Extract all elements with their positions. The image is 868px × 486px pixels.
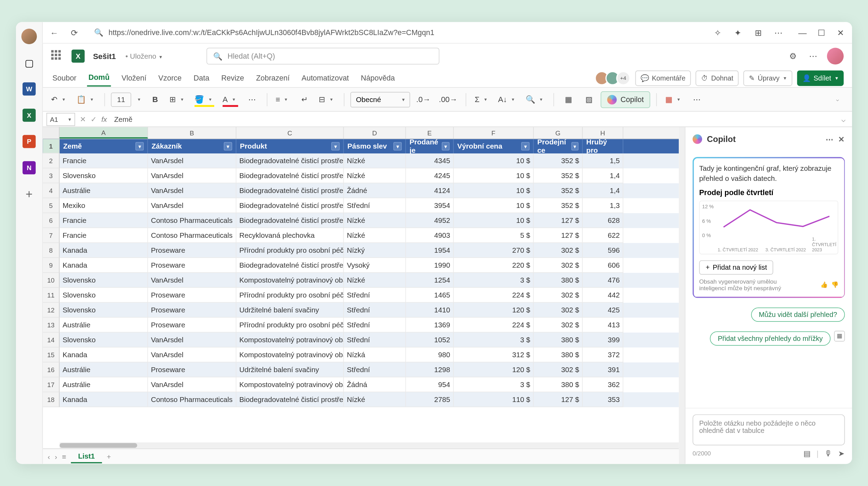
cell[interactable]: Nízké xyxy=(344,273,406,288)
cell[interactable]: Biodegradovatelné čisticí prostřed xyxy=(236,198,344,213)
feed-icon[interactable]: ▢ xyxy=(21,54,37,71)
cell[interactable]: Nízké xyxy=(344,153,406,168)
table-row[interactable]: 18KanadaContoso PharmaceuticalsBiodegrad… xyxy=(43,392,679,407)
cell[interactable]: Austrálie xyxy=(60,362,148,377)
increase-decimal-button[interactable]: .0→ xyxy=(414,91,433,108)
table-row[interactable]: 15KanadaVanArsdelKompostovatelný potravi… xyxy=(43,347,679,362)
cell[interactable]: 10 $ xyxy=(454,168,534,183)
table-row[interactable]: 8KanadaProsewarePřírodní produkty pro os… xyxy=(43,243,679,258)
cell[interactable]: 5 $ xyxy=(454,228,534,243)
row-header[interactable]: 15 xyxy=(43,347,59,362)
cell[interactable]: 596 xyxy=(583,243,623,258)
cell[interactable]: VanArsdel xyxy=(148,347,236,362)
presence-avatars[interactable]: +4 xyxy=(598,71,631,85)
cell[interactable]: 10 $ xyxy=(454,198,534,213)
cell[interactable]: Kanada xyxy=(60,347,148,362)
row-header[interactable]: 14 xyxy=(43,333,59,347)
sort-filter-button[interactable]: A↓▾ xyxy=(496,91,520,108)
header-gross[interactable]: Hrubý pro xyxy=(583,139,623,153)
cell[interactable]: Proseware xyxy=(148,258,236,273)
cell[interactable]: 1052 xyxy=(406,333,454,347)
row-header[interactable]: 9 xyxy=(43,258,59,273)
table-row[interactable]: 3SlovenskoVanArsdelBiodegradovatelné čis… xyxy=(43,168,679,183)
expand-formula-bar[interactable]: ⌵ xyxy=(841,115,852,123)
header-units[interactable]: Prodané je▾ xyxy=(406,139,454,153)
cell[interactable]: 380 $ xyxy=(534,347,583,362)
cell[interactable]: 4245 xyxy=(406,168,454,183)
cell[interactable]: 10 $ xyxy=(454,183,534,198)
tab-data[interactable]: Data xyxy=(192,70,210,86)
cell[interactable]: 628 xyxy=(583,213,623,228)
row-header[interactable]: 8 xyxy=(43,243,59,258)
cell[interactable]: Kompostovatelný potravinový obal xyxy=(236,377,344,392)
extensions-icon[interactable]: ⊞ xyxy=(752,26,765,39)
document-title[interactable]: Sešit1 xyxy=(93,52,116,61)
table-row[interactable]: 10SlovenskoVanArsdelKompostovatelný potr… xyxy=(43,273,679,288)
thumbs-down-icon[interactable]: 👎 xyxy=(831,281,838,288)
table-row[interactable]: 17AustrálieVanArsdelKompostovatelný potr… xyxy=(43,377,679,392)
catchup-button[interactable]: ⏱ Dohnat xyxy=(695,70,738,86)
more-icon[interactable]: ⋯ xyxy=(772,26,785,39)
cell[interactable]: Slovensko xyxy=(60,273,148,288)
table-row[interactable]: 4AustrálieVanArsdelBiodegradovatelné čis… xyxy=(43,183,679,198)
tab-file[interactable]: Soubor xyxy=(51,70,77,86)
cell[interactable]: 980 xyxy=(406,347,454,362)
merge-button[interactable]: ⊟▾ xyxy=(317,91,338,108)
cell[interactable]: Slovensko xyxy=(60,303,148,318)
row-header[interactable]: 5 xyxy=(43,198,59,213)
cell[interactable]: 380 $ xyxy=(534,273,583,288)
refresh-button[interactable]: ⟳ xyxy=(68,26,81,39)
name-box[interactable]: A1▾ xyxy=(47,112,75,126)
cell[interactable]: Nízká xyxy=(344,347,406,362)
cell[interactable]: 380 $ xyxy=(534,333,583,347)
cell[interactable]: Contoso Pharmaceuticals xyxy=(148,228,236,243)
cell[interactable]: Udržitelné balení svačiny xyxy=(236,303,344,318)
col-header-a[interactable]: A xyxy=(60,127,148,139)
cell[interactable]: Nízký xyxy=(344,243,406,258)
cell[interactable]: 1,4 xyxy=(583,183,623,198)
paste-button[interactable]: 📋▾ xyxy=(74,91,99,108)
attach-icon[interactable]: ▤ xyxy=(803,449,811,458)
cell[interactable]: 3 $ xyxy=(454,333,534,347)
cell[interactable]: Střední xyxy=(344,318,406,333)
cell[interactable]: Střední xyxy=(344,303,406,318)
cell[interactable]: VanArsdel xyxy=(148,153,236,168)
cell[interactable]: Contoso Pharmaceuticals xyxy=(148,392,236,407)
cancel-formula-icon[interactable]: ✕ xyxy=(80,115,86,123)
cell[interactable]: Přírodní produkty pro osobní péči xyxy=(236,288,344,303)
cell[interactable]: 954 xyxy=(406,377,454,392)
cell[interactable]: 1990 xyxy=(406,258,454,273)
header-discount[interactable]: Pásmo slev▾ xyxy=(344,139,406,153)
suggestion-add-all[interactable]: Přidat všechny přehledy do mřížky xyxy=(710,331,831,345)
header-customer[interactable]: Zákazník▾ xyxy=(148,139,236,153)
back-button[interactable]: ← xyxy=(48,26,61,39)
cell[interactable]: 302 $ xyxy=(534,362,583,377)
col-header-g[interactable]: G xyxy=(534,127,583,139)
cell[interactable]: VanArsdel xyxy=(148,377,236,392)
row-header[interactable]: 6 xyxy=(43,213,59,228)
comments-button[interactable]: 💬 Komentáře xyxy=(635,70,691,86)
table-format-button[interactable]: ▦▾ xyxy=(663,91,685,108)
cell[interactable]: 10 $ xyxy=(454,153,534,168)
cell[interactable]: Nízké xyxy=(344,228,406,243)
cell[interactable]: 372 xyxy=(583,347,623,362)
next-sheet-button[interactable]: › xyxy=(55,452,57,461)
cell[interactable]: Austrálie xyxy=(60,377,148,392)
cell[interactable]: 352 $ xyxy=(534,153,583,168)
row-header[interactable]: 10 xyxy=(43,273,59,288)
minimize-button[interactable]: — xyxy=(796,26,809,39)
tab-review[interactable]: Revize xyxy=(220,70,245,86)
cell[interactable]: Kanada xyxy=(60,258,148,273)
prev-sheet-button[interactable]: ‹ xyxy=(48,452,50,461)
cell[interactable]: Austrálie xyxy=(60,318,148,333)
table-row[interactable]: 5MexikoVanArsdelBiodegradovatelné čistic… xyxy=(43,198,679,213)
cell[interactable]: 110 $ xyxy=(454,392,534,407)
share-button[interactable]: 👤 Sdílet ▾ xyxy=(797,70,844,86)
more-options-icon[interactable]: ⋯ xyxy=(807,50,820,63)
fx-icon[interactable]: fx xyxy=(101,115,107,123)
header-country[interactable]: Země▾ xyxy=(60,139,148,153)
vertical-scrollbar[interactable] xyxy=(679,127,685,464)
col-header-h[interactable]: H xyxy=(583,127,623,139)
cell[interactable]: 3 $ xyxy=(454,273,534,288)
bold-button[interactable]: B xyxy=(147,91,164,108)
